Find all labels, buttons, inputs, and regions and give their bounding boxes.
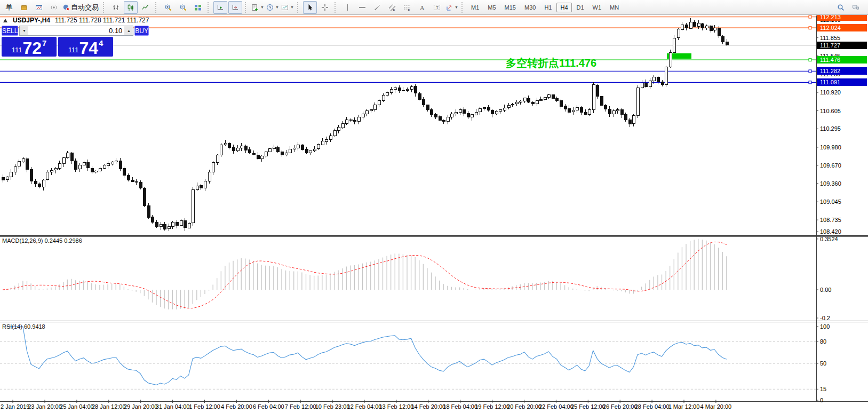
templates-button[interactable]: ▼ (281, 1, 294, 14)
signals-button[interactable] (47, 1, 61, 14)
chart-canvas[interactable] (0, 0, 868, 413)
timeframe-m15-button[interactable]: M15 (501, 3, 520, 12)
lot-decrease-button[interactable]: ▼ (20, 26, 28, 35)
price-axis-tick: 110.920 (820, 89, 841, 96)
lot-increase-button[interactable]: ▲ (124, 26, 133, 35)
text-button[interactable]: A (415, 1, 429, 14)
chart-type-candles-button[interactable] (124, 1, 138, 14)
lot-size-input[interactable] (28, 26, 124, 35)
zoomin-icon (164, 4, 172, 11)
arrows-button[interactable]: ▼ (445, 1, 459, 14)
buy-price-prefix: 111 (68, 46, 79, 54)
time-axis-label: 6 Feb 04:00 (253, 403, 284, 410)
toolbar-separator (208, 2, 211, 13)
timeframe-h4-button[interactable]: H4 (556, 3, 571, 12)
macd-axis-tick: -0.2 (820, 315, 830, 321)
autotrading-button[interactable]: 自动交易 (62, 1, 100, 14)
horizontal-line-button[interactable] (355, 1, 369, 14)
time-axis-label: 22 Feb 04:00 (539, 403, 574, 410)
line-handle[interactable] (809, 81, 811, 84)
line-handle[interactable] (809, 70, 811, 73)
line-handle[interactable] (809, 59, 811, 61)
chart-header: USDJPY-,H4 111.725 111.728 111.721 111.7… (3, 17, 149, 24)
rsi-name: RSI(14) (2, 323, 22, 330)
labelT-icon: T (433, 4, 441, 11)
pivot-annotation-text[interactable]: 多空转折点111.476 (506, 56, 596, 70)
time-axis-label: 1 Feb 12:00 (189, 403, 220, 410)
time-axis-label: 19 Feb 12:00 (475, 403, 509, 410)
quotes-button[interactable] (17, 1, 31, 14)
line-handle[interactable] (809, 15, 811, 18)
price-badge: 111.091 (817, 78, 867, 86)
search-button[interactable] (834, 1, 848, 14)
equidistant-channel-button[interactable]: E (385, 1, 399, 14)
timeframe-m1-button[interactable]: M1 (467, 3, 483, 12)
timeframe-m5-button[interactable]: M5 (484, 3, 499, 12)
clock-icon (266, 4, 274, 11)
toolbar: 单自动交易▼▼▼EFAT▼M1M5M15M30H1H4D1W1MN (0, 0, 868, 15)
new-order-button[interactable]: 单 (2, 1, 16, 14)
cursor-icon (306, 4, 314, 11)
fibonacci-retracement-button[interactable]: F (400, 1, 414, 14)
zoom-out-button[interactable] (176, 1, 190, 14)
toolbar-separator (335, 2, 338, 13)
sell-price-prefix: 111 (12, 46, 22, 54)
crosshair-button[interactable] (318, 1, 332, 14)
chart-shift-button[interactable] (228, 1, 242, 14)
price-badge: 111.476 (817, 56, 867, 63)
dropdown-arrow-icon: ▼ (260, 5, 264, 9)
sell-quote[interactable]: 111 72 7 (2, 37, 57, 57)
book-icon (20, 4, 28, 11)
macd-name: MACD(12,26,9) (2, 237, 43, 244)
text-label-button[interactable]: T (430, 1, 444, 14)
timeframe-mn-button[interactable]: MN (606, 3, 623, 12)
rsi-axis-tick: 100 (820, 323, 830, 330)
arrowsobj-icon (445, 4, 453, 11)
time-axis-label: 18 Feb 04:00 (443, 403, 477, 410)
price-axis-tick: 109.360 (820, 180, 841, 187)
price-axis-tick: 108.735 (820, 217, 841, 223)
chart-type-bars-button[interactable] (109, 1, 123, 14)
tile-windows-button[interactable] (191, 1, 205, 14)
new-order-label: 单 (5, 3, 14, 12)
time-axis-label: 31 Jan 04:00 (156, 403, 190, 410)
rsi-axis-tick: 0 (820, 397, 823, 403)
timeframe-h1-button[interactable]: H1 (540, 3, 555, 12)
vline-icon (344, 4, 351, 11)
indicators-list-button[interactable]: ▼ (251, 1, 265, 14)
line-handle[interactable] (809, 27, 811, 29)
cursor-button[interactable] (303, 1, 317, 14)
time-axis-label: 14 Feb 20:00 (411, 403, 445, 410)
timeframe-w1-button[interactable]: W1 (589, 3, 606, 12)
sell-price-big: 72 (22, 41, 42, 56)
linechart-icon (142, 4, 149, 11)
ohlc-values: 111.725 111.728 111.721 111.727 (55, 17, 149, 24)
rsi-axis-tick: 50 (820, 360, 826, 367)
buy-quote[interactable]: 111 74 4 (58, 37, 113, 57)
macd-axis-tick: 0.00 (820, 287, 831, 293)
time-axis-label: 28 Feb 04:00 (635, 403, 670, 410)
dropdown-arrow-icon: ▼ (290, 5, 294, 9)
zoom-in-button[interactable] (161, 1, 175, 14)
rsi-axis-tick: 15 (820, 386, 826, 392)
timeframe-m30-button[interactable]: M30 (521, 3, 539, 12)
time-axis-label: 4 Mar 20:00 (700, 403, 732, 410)
periods-button[interactable]: ▼ (266, 1, 280, 14)
timeframe-d1-button[interactable]: D1 (573, 3, 588, 12)
time-axis-label: 28 Jan 12:00 (92, 403, 126, 410)
time-axis-label: 4 Feb 20:00 (221, 403, 252, 410)
chart-window-button[interactable] (32, 1, 46, 14)
crosshair-icon (321, 4, 329, 11)
time-axis-label: 7 Feb 12:00 (285, 403, 316, 410)
trendline-button[interactable] (370, 1, 384, 14)
vertical-line-button[interactable] (340, 1, 354, 14)
chart-type-line-button[interactable] (139, 1, 153, 14)
autoscroll-icon (217, 4, 224, 11)
chat-button[interactable] (849, 1, 863, 14)
svg-text:A: A (420, 4, 424, 11)
rsi-values: 60.9418 (24, 323, 45, 330)
buy-button[interactable]: BUY (134, 26, 149, 36)
auto-scroll-button[interactable] (213, 1, 227, 14)
sell-button[interactable]: SELL (2, 26, 18, 36)
signal-icon (50, 4, 58, 11)
